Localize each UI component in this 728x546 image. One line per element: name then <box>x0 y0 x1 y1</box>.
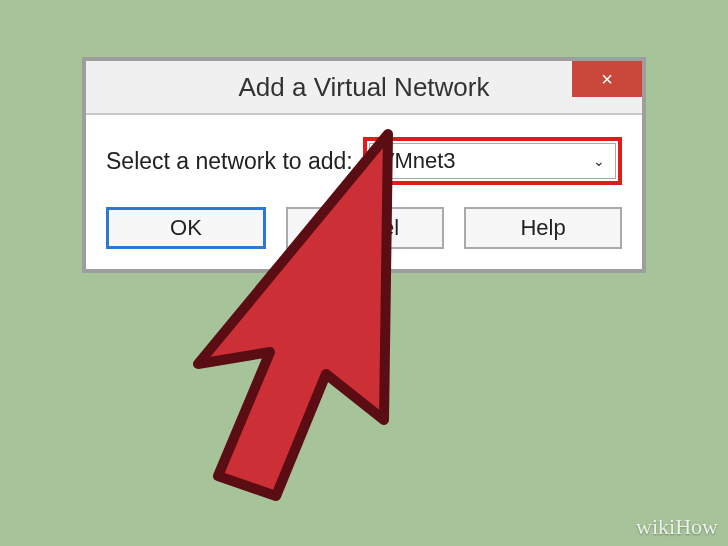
cancel-button[interactable]: Cancel <box>286 207 444 249</box>
close-button[interactable]: × <box>572 61 642 97</box>
ok-button[interactable]: OK <box>106 207 266 249</box>
titlebar: Add a Virtual Network × <box>86 61 642 113</box>
dialog-body: Select a network to add: VMnet3 ⌄ OK Can… <box>86 113 642 269</box>
ok-button-label: OK <box>170 215 202 241</box>
button-row: OK Cancel Help <box>106 207 622 249</box>
network-select[interactable]: VMnet3 ⌄ <box>369 143 616 179</box>
help-button-label: Help <box>520 215 565 241</box>
network-select-value: VMnet3 <box>380 148 456 174</box>
select-highlight: VMnet3 ⌄ <box>363 137 622 185</box>
add-virtual-network-dialog: Add a Virtual Network × Select a network… <box>82 57 646 273</box>
close-icon: × <box>601 68 613 91</box>
select-row: Select a network to add: VMnet3 ⌄ <box>106 137 622 185</box>
watermark: wikiHow <box>636 514 718 540</box>
chevron-down-icon: ⌄ <box>593 153 605 169</box>
dialog-title: Add a Virtual Network <box>86 72 642 103</box>
help-button[interactable]: Help <box>464 207 622 249</box>
cancel-button-label: Cancel <box>331 215 399 241</box>
select-label: Select a network to add: <box>106 148 353 175</box>
